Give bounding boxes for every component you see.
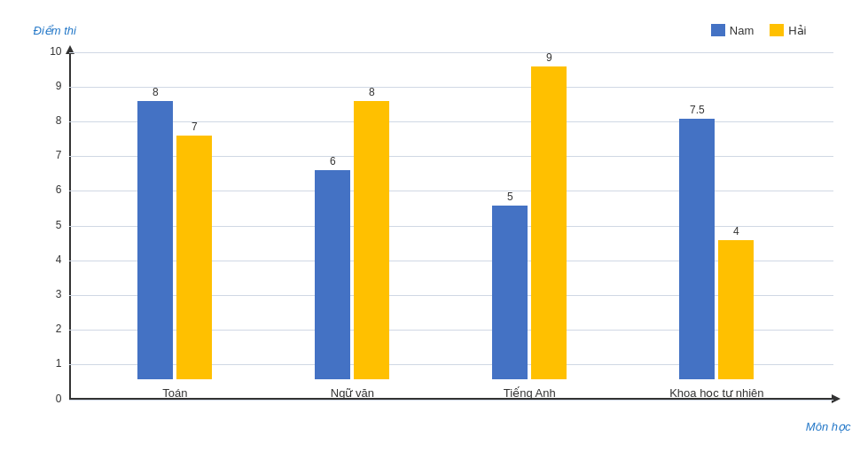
bar-pair: 59 [492, 51, 567, 379]
bar-value-label: 4 [733, 225, 739, 237]
y-label: 3 [35, 288, 62, 300]
bar-group: 87Toán [137, 86, 212, 400]
y-label: 8 [35, 114, 62, 127]
y-axis-title: Điểm thi [34, 24, 76, 37]
bar-value-label: 9 [546, 51, 552, 64]
bar-group: 68Ngữ văn [315, 86, 389, 400]
bar-value-label: 8 [152, 86, 159, 98]
bar-hai [354, 101, 389, 379]
bar-hai [531, 66, 567, 379]
legend-item-nam: Nam [711, 24, 754, 37]
bar-wrapper-nam: 6 [315, 155, 350, 378]
bar-wrapper-hai: 7 [176, 121, 212, 378]
x-category-label: Ngữ văn [331, 386, 374, 400]
y-label: 7 [35, 149, 62, 161]
legend-label-hai: Hải [788, 24, 806, 37]
bar-pair: 7.54 [679, 104, 754, 379]
x-axis-title: Môn học [806, 420, 851, 433]
y-label: 0 [35, 393, 62, 405]
chart-container: Điểm thi Nam Hải 012345678910 87Toán68Ng… [9, 8, 860, 460]
bar-group: 7.54Khoa học tự nhiên [669, 104, 763, 400]
bar-group: 59Tiếng Anh [492, 51, 567, 400]
bar-wrapper-nam: 5 [492, 191, 528, 379]
chart-area: 012345678910 87Toán68Ngữ văn59Tiếng Anh7… [69, 52, 833, 400]
bar-wrapper-nam: 7.5 [679, 104, 715, 379]
bar-value-label: 7.5 [690, 104, 705, 116]
bars-area: 87Toán68Ngữ văn59Tiếng Anh7.54Khoa học t… [69, 52, 833, 400]
bar-nam [137, 101, 173, 379]
bar-wrapper-hai: 9 [531, 51, 567, 379]
bar-wrapper-nam: 8 [137, 86, 173, 379]
y-label: 10 [35, 45, 62, 58]
legend: Nam Hải [711, 24, 807, 37]
bar-hai [718, 240, 754, 379]
bar-nam [315, 170, 350, 378]
legend-item-hai: Hải [770, 24, 806, 37]
x-category-label: Toán [162, 386, 187, 400]
bar-pair: 68 [315, 86, 389, 379]
legend-box-nam [711, 24, 725, 36]
bar-value-label: 7 [192, 121, 198, 133]
bar-wrapper-hai: 8 [354, 86, 389, 379]
bar-value-label: 5 [507, 191, 513, 203]
legend-label-nam: Nam [730, 24, 754, 37]
grid-line [69, 400, 833, 401]
x-category-label: Khoa học tự nhiên [669, 386, 763, 400]
bar-value-label: 6 [330, 155, 336, 167]
bar-wrapper-hai: 4 [718, 225, 754, 379]
legend-box-hai [770, 24, 784, 36]
bar-nam [679, 119, 715, 379]
y-label: 9 [35, 80, 62, 92]
bar-pair: 87 [137, 86, 212, 379]
x-category-label: Tiếng Anh [504, 386, 556, 400]
bar-value-label: 8 [369, 86, 375, 98]
y-label: 4 [35, 253, 62, 266]
bar-hai [176, 136, 212, 378]
y-label: 1 [35, 357, 62, 370]
y-label: 2 [35, 323, 62, 335]
y-label: 6 [35, 183, 62, 196]
bar-nam [492, 206, 528, 379]
y-label: 5 [35, 219, 62, 231]
